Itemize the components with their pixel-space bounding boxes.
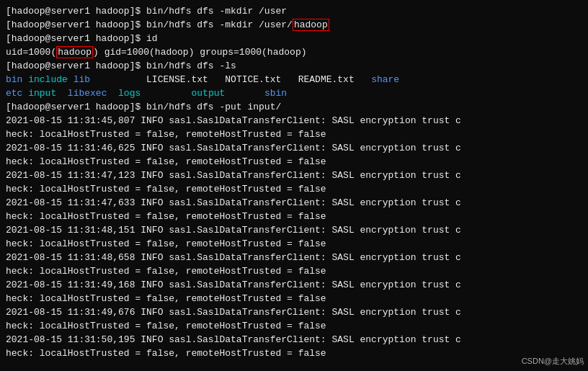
terminal-line-20: heck: localHostTrusted = false, remoteHo… [6, 264, 582, 278]
terminal-line-12: heck: localHostTrusted = false, remoteHo… [6, 155, 582, 169]
terminal-line-4: uid=1000(hadoop) gid=1000(hadoop) groups… [6, 45, 582, 59]
terminal-line-6: bin include lib LICENSE.txt NOTICE.txt R… [6, 73, 582, 86]
terminal-line-24: heck: localHostTrusted = false, remoteHo… [6, 319, 582, 333]
terminal-line-3: [hadoop@server1 hadoop]$ id [6, 32, 582, 45]
terminal-line-9: 2021-08-15 11:31:45,807 INFO sasl.SaslDa… [6, 114, 582, 128]
terminal-line-8: [hadoop@server1 hadoop]$ bin/hdfs dfs -p… [6, 100, 582, 114]
terminal-line-11: 2021-08-15 11:31:46,625 INFO sasl.SaslDa… [6, 141, 582, 155]
watermark: CSDN@走大姚妈 [522, 356, 584, 367]
terminal-line-7: etc input libexec logs output sbin [6, 86, 582, 100]
terminal-line-16: heck: localHostTrusted = false, remoteHo… [6, 210, 582, 223]
terminal-line-23: 2021-08-15 11:31:49,676 INFO sasl.SaslDa… [6, 305, 582, 319]
redbox-hadoop: hadoop [293, 19, 329, 31]
terminal-line-22: heck: localHostTrusted = false, remoteHo… [6, 292, 582, 305]
terminal-line-21: 2021-08-15 11:31:49,168 INFO sasl.SaslDa… [6, 278, 582, 292]
terminal-line-10: heck: localHostTrusted = false, remoteHo… [6, 128, 582, 141]
terminal: [hadoop@server1 hadoop]$ bin/hdfs dfs -m… [0, 0, 588, 371]
terminal-line-17: 2021-08-15 11:31:48,151 INFO sasl.SaslDa… [6, 223, 582, 237]
prompt: [hadoop@server1 hadoop]$ bin/hdfs dfs -m… [6, 6, 287, 17]
terminal-line-1: [hadoop@server1 hadoop]$ bin/hdfs dfs -m… [6, 4, 582, 18]
terminal-line-18: heck: localHostTrusted = false, remoteHo… [6, 237, 582, 251]
terminal-line-5: [hadoop@server1 hadoop]$ bin/hdfs dfs -l… [6, 59, 582, 73]
terminal-line-26: heck: localHostTrusted = false, remoteHo… [6, 347, 582, 360]
terminal-line-25: 2021-08-15 11:31:50,195 INFO sasl.SaslDa… [6, 333, 582, 347]
terminal-line-19: 2021-08-15 11:31:48,658 INFO sasl.SaslDa… [6, 251, 582, 264]
terminal-line-14: heck: localHostTrusted = false, remoteHo… [6, 182, 582, 196]
redbox-hadoop2: hadoop [56, 46, 93, 58]
terminal-line-13: 2021-08-15 11:31:47,123 INFO sasl.SaslDa… [6, 169, 582, 182]
terminal-line-2: [hadoop@server1 hadoop]$ bin/hdfs dfs -m… [6, 18, 582, 32]
terminal-line-15: 2021-08-15 11:31:47,633 INFO sasl.SaslDa… [6, 196, 582, 210]
